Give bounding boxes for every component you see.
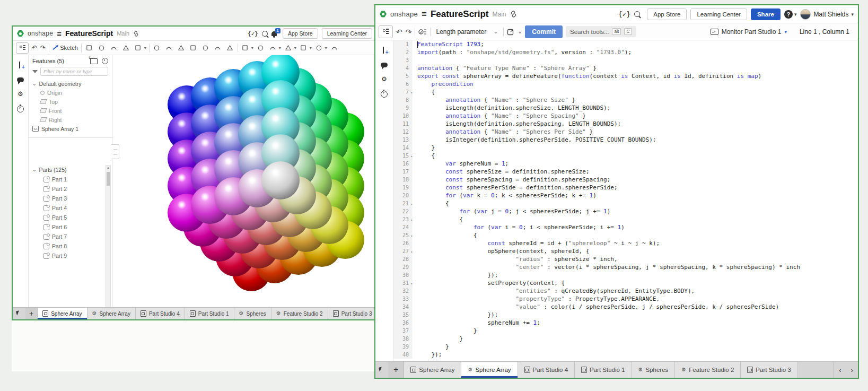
revolve-icon[interactable]	[97, 44, 107, 52]
learning-center-button[interactable]: Learning Center	[690, 8, 747, 20]
parts-header[interactable]: ⌄ Parts (125)	[29, 165, 112, 175]
onshape-logo-icon[interactable]	[380, 11, 387, 18]
tab-sphere-array[interactable]: Sphere Array	[38, 308, 87, 319]
configurations-icon[interactable]	[381, 47, 388, 54]
insert-folder-icon[interactable]	[90, 58, 98, 64]
code-line[interactable]: 26 const sphereId = id + ("sphereloop" ~…	[393, 239, 858, 247]
format-code-icon[interactable]	[418, 28, 427, 36]
thread-icon[interactable]	[225, 44, 235, 52]
code-line[interactable]: 5export const sphereArray = defineFeatur…	[393, 72, 858, 80]
parameter-type-dropdown[interactable]: Length parameter ⌄	[434, 28, 499, 36]
code-line[interactable]: 24 for (var i = 0; i < spheresPerSide; i…	[393, 223, 858, 231]
featurescript-icon[interactable]: {✓}	[248, 30, 258, 37]
boolean-dropdown-icon[interactable]: ▾	[251, 46, 253, 50]
code-line[interactable]: 19 const spheresPerSide = definition.sph…	[393, 184, 858, 192]
part-list-item[interactable]: Part 6	[29, 222, 112, 232]
sweep-icon[interactable]	[109, 44, 119, 52]
comments-icon[interactable]	[381, 63, 388, 67]
code-line[interactable]: 33 "propertyType" : PropertyType.APPEARA…	[393, 295, 858, 303]
extrude-icon[interactable]	[85, 44, 94, 52]
code-line[interactable]: 13 isInteger(definition.spheresPerSide, …	[393, 136, 858, 144]
new-tab-button[interactable]: +	[25, 308, 38, 319]
boolean-icon[interactable]	[241, 44, 250, 52]
circular-pattern-dropdown-icon[interactable]: ▾	[294, 46, 296, 50]
code-line[interactable]: 10 annotation { "Name" : "Sphere Spacing…	[393, 112, 858, 120]
part-list-item[interactable]: Part 3	[29, 194, 112, 203]
configurations-icon[interactable]	[17, 62, 24, 69]
branch-label[interactable]: Main	[493, 11, 506, 18]
monitor-dropdown[interactable]: Monitor Part Studio 1 ▾	[711, 28, 787, 36]
panel-collapse-handle[interactable]	[111, 144, 119, 159]
tabs-prev-button[interactable]: ‹	[834, 366, 846, 374]
panel-divider[interactable]	[29, 137, 112, 138]
notifications-icon[interactable]: 1	[271, 31, 277, 36]
part-list-item[interactable]: Part 7	[29, 232, 112, 241]
tab-part-studio-4[interactable]: Part Studio 4	[518, 362, 575, 378]
code-line[interactable]: 25▾ {	[393, 231, 858, 239]
sketch-button[interactable]: Sketch	[52, 45, 78, 51]
code-line[interactable]: 27▾ opSphere(context, sphereId, {	[393, 247, 858, 255]
code-line[interactable]: 1FeatureScript 1793;	[393, 40, 858, 48]
tree-item-sphere-array[interactable]: SA Sphere Array 1	[29, 124, 112, 133]
part-list-item[interactable]: Part 2	[29, 184, 112, 194]
part-list-item[interactable]: Part 5	[29, 213, 112, 222]
loft-icon[interactable]	[121, 44, 131, 52]
part-list-item[interactable]: Part 1	[29, 175, 112, 184]
chamfer-icon[interactable]	[164, 44, 174, 52]
part-list-item[interactable]: Part 4	[29, 203, 112, 213]
filter-icon[interactable]	[32, 70, 38, 73]
code-line[interactable]: 12 annotation { "Name" : "Spheres Per Si…	[393, 128, 858, 136]
tab-part-studio-3[interactable]: Part Studio 3	[328, 308, 378, 319]
linear-pattern-dropdown-icon[interactable]: ▾	[279, 46, 281, 50]
document-menu-icon[interactable]: ≡	[422, 10, 427, 19]
tab-spheres[interactable]: ⚙Spheres	[234, 308, 271, 319]
code-line[interactable]: 4annotation { "Feature Type Name" : "Sph…	[393, 64, 858, 72]
code-line[interactable]: 38 }	[393, 335, 858, 343]
document-menu-icon[interactable]: ≡	[57, 30, 62, 38]
tab-manager-icon[interactable]	[13, 308, 25, 319]
scroll-up-icon[interactable]: ▲	[107, 166, 110, 169]
insert-snippet-icon[interactable]	[507, 28, 515, 36]
code-line[interactable]: 15▾ {	[393, 152, 858, 160]
tree-group-default-geometry[interactable]: ⌄ Default geometry	[29, 79, 112, 88]
tree-item-origin[interactable]: Origin	[29, 88, 112, 97]
comments-icon[interactable]	[17, 77, 24, 82]
code-line[interactable]: 17 const sphereSize = definition.sphereS…	[393, 168, 858, 176]
code-line[interactable]: 35 });	[393, 311, 858, 319]
linear-pattern-icon[interactable]	[268, 44, 278, 52]
graphics-viewport[interactable]	[112, 55, 376, 309]
chevron-down-icon[interactable]: ⌄	[32, 81, 37, 86]
code-line[interactable]: 6 precondition	[393, 80, 858, 88]
transform-icon[interactable]	[314, 44, 324, 52]
code-line[interactable]: 23▾ {	[393, 215, 858, 223]
app-store-button[interactable]: App Store	[647, 8, 687, 20]
parts-scrollbar[interactable]: ▲	[106, 165, 111, 309]
code-editor[interactable]: 1FeatureScript 1793;2import(path : "onsh…	[393, 40, 858, 362]
tabs-next-button[interactable]: ›	[846, 366, 858, 374]
code-line[interactable]: 7▾ {	[393, 88, 858, 96]
split-icon[interactable]	[256, 44, 266, 52]
branch-label[interactable]: Main	[117, 30, 129, 37]
commit-button[interactable]: Commit	[525, 25, 563, 38]
custom-features-icon[interactable]: ⚙	[381, 76, 387, 82]
chevron-down-icon[interactable]: ⌄	[518, 29, 522, 34]
tab-feature-studio-2[interactable]: ⚙Feature Studio 2	[271, 308, 328, 319]
code-line[interactable]: 30 });	[393, 271, 858, 279]
code-line[interactable]: 21▾ {	[393, 199, 858, 207]
sphere-part[interactable]	[261, 161, 300, 199]
search-icon[interactable]	[262, 31, 268, 37]
tab-part-studio-3[interactable]: Part Studio 3	[741, 362, 797, 378]
app-store-button[interactable]: App Store	[283, 28, 318, 39]
custom-features-icon[interactable]: ⚙	[17, 91, 23, 97]
tab-sphere-array[interactable]: ⚙Sphere Array	[461, 362, 518, 378]
link-icon[interactable]	[133, 31, 139, 37]
search-icon[interactable]	[634, 11, 640, 17]
hole-icon[interactable]	[213, 44, 223, 52]
code-line[interactable]: 8 annotation { "Name" : "Sphere Size" }	[393, 96, 858, 104]
featurescript-icon[interactable]: {✓}	[618, 10, 630, 18]
code-line[interactable]: 22 for (var j = 0; j < spheresPerSide; j…	[393, 207, 858, 215]
thicken-icon[interactable]	[134, 44, 143, 52]
feature-list-toggle[interactable]	[16, 42, 29, 54]
tree-item-top[interactable]: Top	[29, 97, 112, 106]
code-line[interactable]: 3	[393, 56, 858, 64]
